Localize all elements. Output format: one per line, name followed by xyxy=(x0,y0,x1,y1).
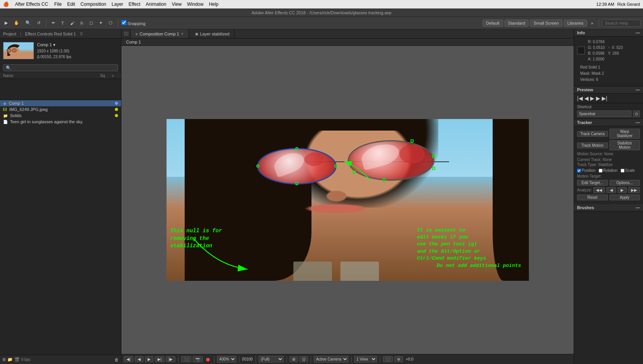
position-checkbox[interactable] xyxy=(577,169,581,173)
scale-check[interactable]: Scale xyxy=(621,168,635,173)
menu-view[interactable]: View xyxy=(172,2,182,7)
viewer-grid[interactable]: ⊞ xyxy=(290,356,298,362)
menu-edit[interactable]: Edit xyxy=(67,2,75,7)
shortcut-input[interactable] xyxy=(577,111,631,117)
tool-eraser[interactable]: ◻ xyxy=(87,20,95,26)
snapping-checkbox[interactable] xyxy=(121,20,126,25)
tracker-expand[interactable]: — xyxy=(636,120,640,125)
views-select[interactable]: 1 View 2 Views 4 Views xyxy=(354,356,377,362)
preview-last[interactable]: ▶| xyxy=(602,95,608,101)
comp-tab-close[interactable]: ✕ xyxy=(181,32,184,36)
panel-menu-btn[interactable]: ☰ xyxy=(80,32,83,36)
view-mode-select[interactable]: Active Camera Front Left Top xyxy=(314,356,348,362)
file-item-solids[interactable]: 📁 Solids xyxy=(0,112,121,119)
rotation-checkbox[interactable] xyxy=(599,169,603,173)
comp-viewer[interactable]: It is easiest toedit masks if youuse the… xyxy=(121,46,574,354)
track-motion-btn[interactable]: Track Motion xyxy=(577,143,608,148)
menu-bar: 🍎 After Effects CC File Edit Composition… xyxy=(0,0,643,8)
zoom-select[interactable]: 400% 200% 100% 50% Fit xyxy=(217,356,236,362)
col-expand-btn[interactable]: » xyxy=(112,74,118,78)
tool-puppet[interactable]: ✦ xyxy=(97,20,105,26)
edit-target-btn[interactable]: Edit Target... xyxy=(577,180,608,186)
new-item-btn[interactable]: ⊞ xyxy=(2,357,6,362)
viewer-3d[interactable]: ⊛ xyxy=(394,356,403,362)
menu-effect[interactable]: Effect xyxy=(129,2,140,7)
offset-display: +0.0 xyxy=(406,357,414,361)
viewer-snapshot[interactable]: 📷 xyxy=(193,356,203,362)
reset-btn[interactable]: Reset xyxy=(577,195,608,200)
new-comp-btn[interactable]: 🎬 xyxy=(14,357,20,362)
menu-composition[interactable]: Composition xyxy=(81,2,106,7)
preview-next[interactable]: ▶ xyxy=(596,95,600,101)
tool-pen[interactable]: ✒ xyxy=(49,20,57,26)
tool-zoom[interactable]: 🔍 xyxy=(23,20,33,26)
apply-btn[interactable]: Apply xyxy=(609,195,640,200)
options-btn[interactable]: Options... xyxy=(609,180,640,186)
position-check[interactable]: Position xyxy=(577,168,596,173)
tab-comp1[interactable]: ◈ Composition Comp 1 ✕ xyxy=(131,29,189,38)
viewer-play[interactable]: ▶ xyxy=(145,356,153,362)
viewer-last-frame[interactable]: |▶ xyxy=(166,356,175,362)
shortcut-set-btn[interactable]: ⊙ xyxy=(633,111,640,117)
delete-btn[interactable]: 🗑 xyxy=(114,357,119,362)
tab-layer-stabilized[interactable]: ▣ Layer stabilized xyxy=(190,29,234,38)
menu-animation[interactable]: Animation xyxy=(146,2,166,7)
tool-hand[interactable]: ✋ xyxy=(12,20,22,26)
scale-checkbox[interactable] xyxy=(621,169,624,173)
reset-apply-row: Reset Apply xyxy=(577,195,640,200)
viewer-next-frame[interactable]: ▶| xyxy=(155,356,165,362)
preview-first[interactable]: |◀ xyxy=(577,95,583,101)
file-item-comp1[interactable]: ◉ Comp 1 xyxy=(0,100,121,106)
workspace-libraries[interactable]: Libraries xyxy=(564,20,587,27)
menu-layer[interactable]: Layer xyxy=(112,2,123,7)
file-item-img[interactable]: 🎞 IMG_6249.JPG.jpeg xyxy=(0,106,121,112)
viewer-ram-preview[interactable]: ⬛ xyxy=(181,356,191,362)
tool-select[interactable]: ▶ xyxy=(2,20,10,26)
tool-brush[interactable]: 🖌 xyxy=(68,20,77,26)
tool-roto[interactable]: ⬡ xyxy=(106,20,115,26)
analyze-fwd[interactable]: ▶▶ xyxy=(628,187,640,193)
preview-play-stop[interactable]: ▶ xyxy=(590,95,594,101)
project-search-input[interactable] xyxy=(3,64,118,71)
viewer-first-frame[interactable]: ◀| xyxy=(124,356,133,362)
analyze-back[interactable]: ◀◀ xyxy=(593,187,605,193)
preview-expand[interactable]: — xyxy=(636,87,640,92)
viewer-channels[interactable]: ⬛ xyxy=(383,356,393,362)
apple-menu[interactable]: 🍎 xyxy=(3,2,9,7)
tool-rotate[interactable]: ↺ xyxy=(35,20,43,26)
menu-file[interactable]: File xyxy=(54,2,62,7)
track-camera-btn[interactable]: Track Camera xyxy=(577,131,608,137)
menu-window[interactable]: Window xyxy=(187,2,204,7)
file-item-teen[interactable]: 📄 Teen girl in sunglasses against the sk… xyxy=(0,119,121,125)
workspace-standard[interactable]: Standard xyxy=(505,20,529,27)
viewer-record-btn[interactable]: ⏺ xyxy=(205,356,210,362)
effect-controls-title: Effect Controls Red Solid 1 xyxy=(25,32,76,36)
workspace-more[interactable]: » xyxy=(589,20,596,26)
brushes-expand[interactable]: — xyxy=(636,205,640,210)
warp-stabilizer-btn[interactable]: Warp Stabilizer xyxy=(609,129,640,139)
menu-help[interactable]: Help xyxy=(209,2,219,7)
project-title: Project xyxy=(3,32,16,36)
preview-prev[interactable]: ◀ xyxy=(584,95,589,101)
analyze-prev[interactable]: ◀ xyxy=(606,187,616,193)
shortcut-label: Shortcut xyxy=(577,105,591,109)
new-folder-btn[interactable]: 📁 xyxy=(7,357,13,362)
viewer-safe-zones[interactable]: ⊡ xyxy=(300,356,308,362)
tool-text[interactable]: T xyxy=(59,20,66,26)
workspace-small-screen[interactable]: Small Screen xyxy=(530,20,562,27)
tool-clone[interactable]: ⎘ xyxy=(78,20,86,26)
info-expand[interactable]: — xyxy=(636,30,640,35)
project-thumbnail-area: Comp 1 ▾ 1920 x 1080 (1.00) Δ 00150, 23.… xyxy=(0,39,121,100)
color-swatch xyxy=(577,47,585,54)
help-search[interactable] xyxy=(602,20,641,27)
analyze-next[interactable]: ▶ xyxy=(618,187,627,193)
info-values: R: 0.0784 G: 0.0510 B: 0.0588 A: 1.0000 … xyxy=(574,37,643,86)
toolbar-divider-2 xyxy=(118,19,118,27)
rotation-check[interactable]: Rotation xyxy=(599,168,618,173)
workspace-default[interactable]: Default xyxy=(483,20,503,27)
tracker-section-header: Tracker — xyxy=(574,119,643,126)
resolution-select[interactable]: (Full) (Half) (Third) (Quarter) xyxy=(259,356,284,362)
mask-sq-right-bottom xyxy=(432,167,435,170)
stabilize-motion-btn[interactable]: Stabilize Motion xyxy=(609,140,640,150)
viewer-prev-frame[interactable]: ◀ xyxy=(135,356,143,362)
